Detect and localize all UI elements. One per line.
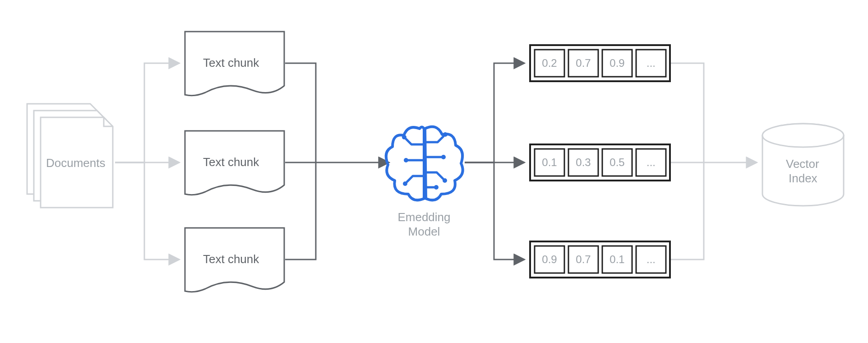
vector-2-cell-2: 0.5	[609, 156, 624, 168]
vector-2-cell-0: 0.1	[542, 156, 557, 168]
vector-3-cell-2: 0.1	[609, 253, 624, 265]
svg-point-7	[434, 185, 439, 190]
embedding-model-caption-line1: Emedding	[397, 210, 450, 224]
vector-row-2: 0.1 0.3 0.5 ...	[530, 144, 670, 181]
embedding-model-icon	[386, 127, 463, 200]
vector-1-cell-2: 0.9	[609, 57, 624, 69]
vector-index-label-line2: Index	[789, 172, 817, 185]
chunks-to-model-connectors	[285, 63, 388, 260]
vector-index-label-line1: Vector	[786, 157, 819, 171]
text-chunk-bot: Text chunk	[185, 228, 284, 292]
vectors-to-index-connectors	[671, 63, 756, 260]
documents-stack: Documents	[27, 104, 113, 208]
vector-3-cell-3: ...	[646, 253, 656, 265]
svg-point-5	[441, 155, 446, 159]
text-chunk-top: Text chunk	[185, 32, 284, 96]
vector-1-cell-0: 0.2	[542, 57, 557, 69]
diagram-canvas: Documents Text chunk Text chunk Text chu…	[0, 0, 868, 343]
vector-3-cell-0: 0.9	[542, 253, 557, 265]
svg-point-2	[404, 158, 408, 162]
vector-2-cell-3: ...	[646, 156, 656, 168]
text-chunk-top-label: Text chunk	[203, 56, 259, 70]
vector-1-cell-3: ...	[646, 57, 656, 69]
svg-point-24	[762, 124, 844, 147]
svg-point-4	[443, 132, 448, 137]
vector-row-3: 0.9 0.7 0.1 ...	[530, 241, 670, 278]
vector-2-cell-1: 0.3	[576, 156, 591, 168]
text-chunk-mid-label: Text chunk	[203, 155, 259, 169]
docs-to-chunks-connectors	[115, 63, 178, 260]
documents-label: Documents	[46, 156, 106, 170]
text-chunk-bot-label: Text chunk	[203, 252, 259, 266]
vector-row-1: 0.2 0.7 0.9 ...	[530, 45, 670, 81]
text-chunk-mid: Text chunk	[185, 131, 284, 195]
vector-1-cell-1: 0.7	[576, 57, 591, 69]
vector-3-cell-1: 0.7	[576, 253, 591, 265]
svg-point-6	[443, 178, 447, 183]
svg-point-1	[402, 135, 406, 139]
svg-point-3	[403, 181, 407, 186]
model-to-vectors-connectors	[465, 63, 523, 260]
embedding-model-caption-line2: Model	[408, 225, 440, 238]
